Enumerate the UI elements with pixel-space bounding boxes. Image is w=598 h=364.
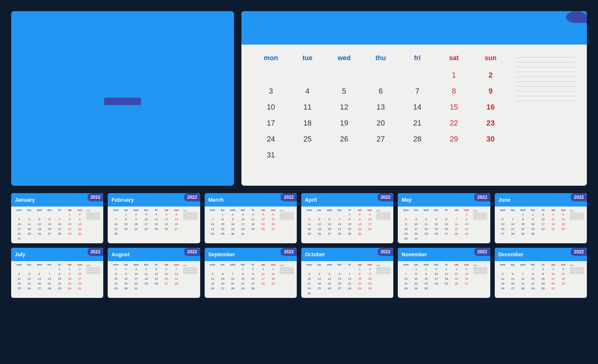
mini-day: 4 [558,267,568,272]
mini-day: 15 [218,222,228,227]
mini-day: 22 [55,281,65,286]
mini-day: 21 [345,281,355,286]
mini-header-sun: sun [268,209,278,211]
mini-day: 10 [131,272,141,276]
mini-header-mon: mon [401,209,411,211]
mini-card-september: September2022montuewedthufrisatsun123456… [205,248,297,298]
mini-day: 15 [518,222,528,227]
mini-day: 2 [131,212,141,217]
mini-body: montuewedthufrisatsun1234567891011121314… [495,261,587,293]
mini-note-line [183,272,197,272]
mini-day: 5 [258,212,268,217]
mini-day: 22 [411,281,421,286]
mini-cal-header: montuewedthufrisatsun [111,263,181,266]
mini-day: 30 [75,231,85,236]
mini-day: 11 [441,272,451,276]
mini-note-line [280,267,294,267]
day-cell: 3 [253,84,289,98]
mini-day: 15 [411,276,421,281]
mini-note-line [183,218,197,218]
mini-day: 11 [24,222,34,227]
mini-header-sat: sat [65,263,75,266]
mini-year-badge: 2022 [281,193,297,201]
mini-day: 6 [268,212,278,217]
mini-note-line [183,214,197,214]
mini-body: montuewedthufrisatsun1234567891011121314… [301,207,393,238]
note-line-2 [516,62,576,62]
mini-day: 30 [401,236,411,241]
mini-day: 11 [268,272,278,276]
day-cell: 23 [472,116,509,130]
note-line-4 [516,72,576,72]
mini-day: 25 [24,231,34,236]
cal-day-headers: mon tue wed thu fri sat sun [253,52,509,64]
mini-day: 24 [14,231,24,236]
mini-day: 27 [45,231,55,236]
mini-note-line [183,274,197,274]
mini-note-line [570,273,584,273]
note-line-1 [516,57,576,58]
mini-day: 5 [161,212,171,217]
mini-header-wed: wed [518,209,528,211]
mini-month-name: November [402,251,427,257]
mini-cal: montuewedthufrisatsun1234567891011121314… [208,263,278,291]
mini-day: 27 [34,286,44,291]
mini-note-label: note [473,264,487,266]
mini-year-badge: 2022 [184,193,200,201]
mini-day: 14 [208,222,218,227]
mini-day: 19 [24,281,34,286]
mini-note-line [473,217,487,218]
mini-day: 21 [171,276,181,281]
mini-body: montuewedthufrisatsun1234567891011121314… [301,261,393,298]
mini-body: montuewedthufrisatsun1234567891011121314… [205,261,297,293]
mini-day: 3 [238,212,248,217]
mini-day: 27 [218,286,228,291]
mini-day: 14 [45,276,55,281]
mini-day: 9 [401,222,411,227]
mini-day: 20 [268,222,278,227]
mini-day: 10 [75,272,85,276]
mini-year-badge: 2022 [378,193,394,201]
mini-body: montuewedthufrisatsun1234567891011121314… [398,261,490,293]
mini-day: 11 [14,276,24,281]
mini-note-line [570,270,584,270]
mini-note-line [86,274,100,274]
mini-header-fri: fri [441,209,451,211]
header-fri: fri [399,52,436,64]
header-sat: sat [436,52,472,64]
mini-day: 6 [161,267,171,272]
mini-day: 10 [538,217,548,222]
day-cell: 21 [399,116,436,130]
mini-day: 26 [34,231,44,236]
january-notes [516,52,576,178]
mini-day: 18 [151,222,161,227]
mini-day: 15 [121,222,131,227]
mini-day: 13 [498,222,508,227]
mini-note-line [473,274,487,274]
mini-day: 16 [75,222,85,227]
mini-day: 28 [171,281,181,286]
mini-year-badge: 2022 [474,193,490,201]
mini-day: 24 [411,231,421,236]
mini-day: 4 [304,217,314,222]
mini-note-line [376,216,390,217]
mini-day: 28 [111,231,121,236]
mini-day: 20 [498,227,508,231]
mini-note-line [570,218,584,218]
mini-day: 21 [335,227,345,231]
mini-header-wed: wed [421,209,431,211]
mini-day: 10 [548,272,558,276]
mini-day: 26 [431,231,441,236]
mini-note-line [570,214,584,214]
mini-day: 7 [228,272,238,276]
mini-header-sat: sat [258,209,268,211]
mini-header-wed: wed [131,263,141,266]
mini-month-name: July [15,251,25,257]
mini-day: 1 [121,212,131,217]
mini-day: 6 [441,217,451,222]
mini-note-line [473,268,487,269]
mini-day: 16 [228,222,238,227]
mini-day: 25 [314,286,324,291]
mini-day: 19 [451,276,461,281]
mini-cal: montuewedthufrisatsun1234567891011121314… [401,263,471,291]
